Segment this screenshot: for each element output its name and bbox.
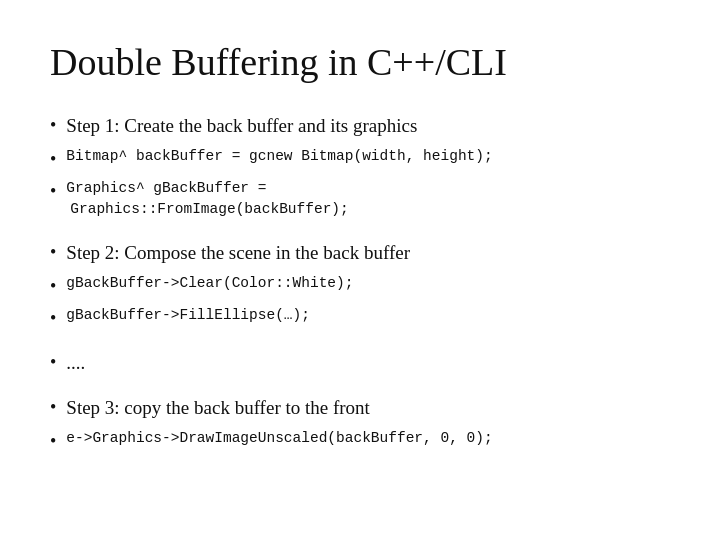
list-item: • Step 3: copy the back buffer to the fr…: [50, 394, 670, 422]
bullet-icon: •: [50, 428, 56, 454]
bullet-icon: •: [50, 239, 56, 265]
list-item: • e->Graphics->DrawImageUnscaled(backBuf…: [50, 428, 670, 454]
bullet-icon: •: [50, 112, 56, 138]
spacer: [50, 337, 670, 343]
code-line-clear: gBackBuffer->Clear(Color::White);: [66, 273, 353, 295]
bullet-icon: •: [50, 178, 56, 204]
code-line-graphics1: Graphics^ gBackBuffer =: [66, 180, 266, 196]
code-line-draw: e->Graphics->DrawImageUnscaled(backBuffe…: [66, 428, 492, 450]
code-line-bitmap: Bitmap^ backBuffer = gcnew Bitmap(width,…: [66, 146, 492, 168]
bullet-icon: •: [50, 349, 56, 375]
list-item: • Step 2: Compose the scene in the back …: [50, 239, 670, 267]
code-line-graphics2: Graphics::FromImage(backBuffer);: [70, 201, 348, 217]
list-item: • ....: [50, 349, 670, 377]
list-item: • Bitmap^ backBuffer = gcnew Bitmap(widt…: [50, 146, 670, 172]
code-line-ellipse: gBackBuffer->FillEllipse(…);: [66, 305, 310, 327]
list-item: • gBackBuffer->Clear(Color::White);: [50, 273, 670, 299]
list-item: • Step 1: Create the back buffer and its…: [50, 112, 670, 140]
bullet-icon: •: [50, 305, 56, 331]
spacer: [50, 227, 670, 233]
bullet-icon: •: [50, 394, 56, 420]
list-item: • Graphics^ gBackBuffer = Graphics::From…: [50, 178, 670, 222]
dots-label: ....: [66, 349, 85, 377]
bullet-icon: •: [50, 273, 56, 299]
slide-title: Double Buffering in C++/CLI: [50, 40, 670, 84]
content-list: • Step 1: Create the back buffer and its…: [50, 112, 670, 454]
step-3-label: Step 3: copy the back buffer to the fron…: [66, 394, 370, 422]
step-1-label: Step 1: Create the back buffer and its g…: [66, 112, 417, 140]
list-item: • gBackBuffer->FillEllipse(…);: [50, 305, 670, 331]
spacer: [50, 382, 670, 388]
step-2-label: Step 2: Compose the scene in the back bu…: [66, 239, 410, 267]
bullet-icon: •: [50, 146, 56, 172]
